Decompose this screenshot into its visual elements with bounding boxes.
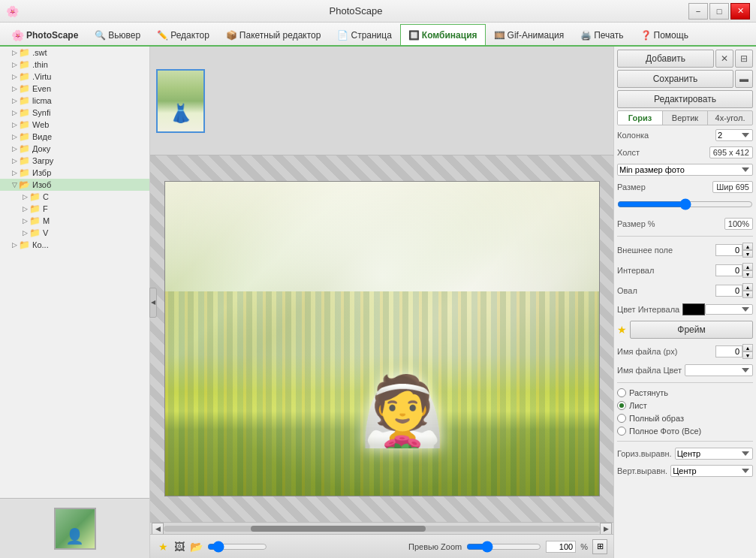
tree-item-sub3[interactable]: ▷ 📁 M <box>0 215 149 227</box>
radio-stretch-row: Растянуть <box>617 388 753 398</box>
horiz-align-select[interactable]: Центр Лево Право <box>675 448 753 460</box>
gif-icon: 🎞️ <box>494 30 505 41</box>
sidebar-collapse-button[interactable]: ◀ <box>149 288 157 318</box>
folder-icon: 📁 <box>19 119 30 130</box>
interval-down[interactable]: ▼ <box>742 270 753 278</box>
zoom-slider[interactable] <box>466 541 541 553</box>
scroll-left-btn[interactable]: ◀ <box>152 523 164 535</box>
tree-item-swt[interactable]: ▷ 📁 .swt <box>0 47 149 59</box>
frame-button[interactable]: Фрейм <box>630 321 753 339</box>
size-slider[interactable] <box>617 198 753 210</box>
tree-item-even[interactable]: ▷ 📁 Even <box>0 83 149 95</box>
filename-px-up[interactable]: ▲ <box>742 344 753 351</box>
canvas-hscrollbar[interactable]: ◀ ▶ <box>150 522 613 534</box>
filename-color-select[interactable] <box>685 364 753 376</box>
radio-full-img[interactable] <box>617 414 626 423</box>
tab-four[interactable]: 4х-угол. <box>708 111 752 125</box>
tree-item-synfi[interactable]: ▷ 📁 Synfi <box>0 107 149 119</box>
menu-combine[interactable]: 🔲 Комбинация <box>400 24 486 45</box>
filename-px-spinner[interactable]: ▲ ▼ <box>715 344 753 359</box>
filename-px-down[interactable]: ▼ <box>742 351 753 359</box>
add-button[interactable]: Добавить <box>617 50 714 68</box>
divider-3 <box>617 441 753 442</box>
interval-input[interactable] <box>715 264 742 276</box>
tree-item-licma[interactable]: ▷ 📁 licma <box>0 95 149 107</box>
edit-button[interactable]: Редактировать <box>617 90 753 108</box>
tree-item-izob[interactable]: ▽ 📂 Изоб <box>0 179 149 191</box>
outer-margin-down[interactable]: ▼ <box>742 250 753 258</box>
thumbnail-size-slider[interactable] <box>207 541 267 553</box>
tree-item-sub2[interactable]: ▷ 📁 F <box>0 203 149 215</box>
copy-button[interactable]: ⊟ <box>735 50 753 68</box>
outer-margin-spinner[interactable]: ▲ ▼ <box>715 243 753 258</box>
outer-margin-input[interactable] <box>715 244 742 256</box>
tree-item-sub1[interactable]: ▷ 📁 C <box>0 191 149 203</box>
save-alt-button[interactable]: ▬ <box>735 70 753 88</box>
zoom-input[interactable] <box>546 541 576 553</box>
menu-bar: 🌸 PhotoScape 🔍 Вьювер ✏️ Редактор 📦 Паке… <box>0 23 756 47</box>
minimize-button[interactable]: − <box>688 3 708 20</box>
save-button[interactable]: Сохранить <box>617 70 733 88</box>
radio-sheet-label: Лист <box>629 401 647 410</box>
radio-stretch[interactable] <box>617 388 626 397</box>
photo-thumb-1[interactable]: 👗 <box>156 69 205 133</box>
sidebar-mini-thumbnail[interactable]: 👤 <box>54 508 96 550</box>
tree-item-web[interactable]: ▷ 📁 Web <box>0 119 149 131</box>
oval-input[interactable] <box>715 285 742 297</box>
menu-help[interactable]: ❓ Помощь <box>632 24 697 45</box>
photo-icon[interactable]: 🖼 <box>173 540 186 553</box>
column-spinner[interactable]: 2 1 3 4 <box>715 129 753 141</box>
outer-margin-up[interactable]: ▲ <box>742 243 753 250</box>
tree-item-vide[interactable]: ▷ 📁 Виде <box>0 131 149 143</box>
column-select[interactable]: 2 1 3 4 <box>715 129 753 141</box>
tree-item-zagr[interactable]: ▷ 📁 Загру <box>0 155 149 167</box>
size-pct-value: 100% <box>724 218 753 230</box>
delete-button[interactable]: ✕ <box>715 50 733 68</box>
interval-spinner[interactable]: ▲ ▼ <box>715 263 753 278</box>
maximize-button[interactable]: □ <box>709 3 729 20</box>
tree-item-izbr[interactable]: ▷ 📁 Избр <box>0 167 149 179</box>
oval-down[interactable]: ▼ <box>742 291 753 298</box>
expand-icon: ▷ <box>23 217 28 225</box>
scroll-right-btn[interactable]: ▶ <box>600 523 612 535</box>
tab-vert[interactable]: Вертик <box>663 111 708 125</box>
star-icon[interactable]: ★ <box>156 540 170 553</box>
radio-full-photo-row: Полное Фото (Все) <box>617 426 753 436</box>
menu-batch[interactable]: 📦 Пакетный редактор <box>218 24 330 45</box>
folder-icon: 📁 <box>29 204 41 214</box>
folder-open-icon[interactable]: 📂 <box>189 540 203 553</box>
oval-up[interactable]: ▲ <box>742 283 753 291</box>
menu-editor[interactable]: ✏️ Редактор <box>149 24 218 45</box>
star-icon[interactable]: ★ <box>617 324 627 336</box>
expand-icon: ▷ <box>12 85 17 92</box>
interval-up[interactable]: ▲ <box>742 263 753 270</box>
menu-page[interactable]: 📄 Страница <box>329 24 399 45</box>
min-size-select[interactable]: Min размер фото <box>617 164 753 176</box>
folder-icon: 📁 <box>19 71 30 82</box>
radio-full-photo[interactable] <box>617 427 626 436</box>
menu-gif[interactable]: 🎞️ Gif-Анимация <box>486 24 573 45</box>
menu-print[interactable]: 🖨️ Печать <box>572 24 631 45</box>
canvas-content[interactable]: 👰 <box>150 155 613 522</box>
close-button[interactable]: ✕ <box>730 3 750 20</box>
tab-horiz[interactable]: Гориз <box>618 111 663 125</box>
scroll-thumb[interactable] <box>251 526 425 532</box>
tree-item-docu[interactable]: ▷ 📁 Доку <box>0 143 149 155</box>
vert-align-select[interactable]: Центр Верх Низ <box>670 465 753 477</box>
filename-px-input[interactable] <box>715 345 742 357</box>
color-interval-select[interactable] <box>705 304 753 315</box>
tree-item-thin[interactable]: ▷ 📁 .thin <box>0 59 149 71</box>
folder-icon: 📁 <box>19 47 30 58</box>
tree-item-ko[interactable]: ▷ 📁 Ко... <box>0 239 149 251</box>
menu-photoscape[interactable]: 🌸 PhotoScape <box>3 24 86 45</box>
scroll-track[interactable] <box>164 526 600 532</box>
tree-item-virt[interactable]: ▷ 📁 .Virtu <box>0 71 149 83</box>
color-interval-swatch[interactable] <box>682 303 705 315</box>
zoom-fit-button[interactable]: ⊞ <box>592 539 607 554</box>
column-row: Колонка 2 1 3 4 <box>617 128 753 143</box>
radio-sheet[interactable] <box>617 401 626 410</box>
tree-item-sub4[interactable]: ▷ 📁 V <box>0 227 149 239</box>
menu-viewer[interactable]: 🔍 Вьювер <box>86 24 149 45</box>
oval-spinner[interactable]: ▲ ▼ <box>715 283 753 298</box>
file-tree[interactable]: ▷ 📁 .swt ▷ 📁 .thin ▷ 📁 .Virtu ▷ 📁 Even ▷ <box>0 47 149 498</box>
